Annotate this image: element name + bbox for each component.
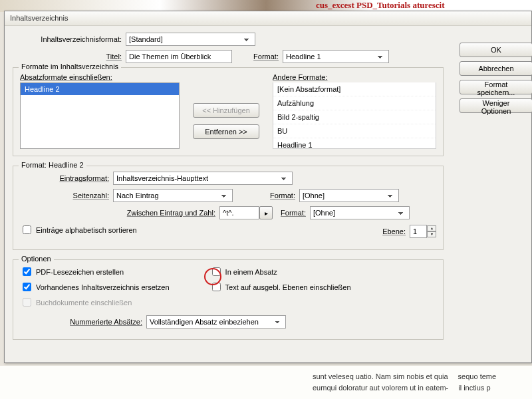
dialog-title: Inhaltsverzeichnis — [10, 14, 68, 22]
included-formats-listbox[interactable]: Headline 2 — [20, 82, 180, 149]
other-formats-label: Andere Formate: — [273, 73, 436, 81]
titel-label: Titel: — [13, 53, 126, 61]
replace-toc-checkbox[interactable] — [23, 283, 31, 291]
options-groupbox: Optionen PDF-Lesezeichen erstellen Vorha… — [13, 259, 444, 340]
numbered-paragraphs-label: Nummerierte Absätze: — [20, 318, 146, 326]
format2-label: Format: — [232, 53, 283, 61]
format2-select[interactable]: Headline 1 — [283, 50, 389, 63]
style-legend: Format: Headline 2 — [19, 161, 86, 169]
one-paragraph-checkbox[interactable] — [212, 267, 221, 276]
ok-button[interactable]: OK — [460, 43, 532, 57]
list-item[interactable]: BU — [273, 124, 436, 138]
page-number-label: Seitenzahl: — [20, 192, 113, 200]
options-legend: Optionen — [19, 255, 54, 263]
sort-alpha-checkbox[interactable] — [23, 225, 31, 234]
book-docs-label: Buchdokumente einschließen — [36, 299, 132, 307]
toc-dialog: Inhaltsverzeichnis OK Abbrechen Format s… — [4, 11, 532, 363]
book-docs-checkbox — [23, 298, 31, 307]
entry-format-select[interactable]: Inhaltsverzeichnis-Haupttext — [113, 172, 293, 185]
list-item[interactable]: Headline 2 — [21, 83, 179, 95]
pdf-bookmarks-label: PDF-Lesezeichen erstellen — [36, 268, 124, 276]
toc-format-label: Inhaltsverzeichnisformat: — [13, 35, 126, 43]
format4-select[interactable]: [Ohne] — [310, 206, 410, 219]
include-formats-label: Absatzformate einschließen: — [20, 73, 180, 81]
level-input[interactable] — [410, 225, 427, 238]
list-item[interactable]: Bild 2-spaltig — [273, 110, 436, 124]
format3-label: Format: — [233, 192, 299, 200]
toc-format-select[interactable]: [Standard] — [126, 33, 255, 46]
replace-toc-label: Vorhandenes Inhaltsverzeichnis ersetzen — [36, 283, 170, 291]
format4-label: Format: — [273, 209, 310, 217]
add-button[interactable]: << Hinzufügen — [193, 103, 259, 118]
style-groupbox: Format: Headline 2 Eintragsformat: Inhal… — [13, 166, 444, 250]
formats-legend: Formate im Inhaltsverzeichnis — [19, 63, 121, 70]
format3-select[interactable]: [Ohne] — [299, 189, 399, 202]
save-format-button[interactable]: Format speichern... — [460, 80, 532, 94]
formats-groupbox: Formate im Inhaltsverzeichnis Absatzform… — [13, 67, 444, 156]
pdf-bookmarks-checkbox[interactable] — [23, 267, 31, 276]
entry-format-label: Eintragsformat: — [20, 174, 113, 182]
hidden-layers-checkbox[interactable] — [212, 283, 221, 291]
list-item[interactable]: Aufzählung — [273, 96, 436, 110]
level-spinner[interactable]: ▴▾ — [427, 225, 436, 237]
level-label: Ebene: — [376, 227, 410, 235]
between-label: Zwischen Eintrag und Zahl: — [20, 209, 219, 217]
titel-input[interactable] — [126, 50, 232, 63]
cancel-button[interactable]: Abbrechen — [460, 61, 532, 76]
one-paragraph-label: In einem Absatz — [225, 268, 277, 276]
background-document-text: sunt veleseq uatio. Nam sim nobis et qui… — [0, 366, 532, 399]
list-item[interactable]: [Kein Absatzformat] — [273, 82, 436, 96]
numbered-paragraphs-select[interactable]: Vollständigen Absatz einbeziehen — [146, 315, 286, 329]
other-formats-listbox[interactable]: [Kein Absatzformat] Aufzählung Bild 2-sp… — [273, 82, 436, 149]
bg-red-text: cus_excest PSD_Tutorials aturescit — [316, 0, 445, 11]
less-options-button[interactable]: Weniger Optionen — [460, 98, 532, 113]
dialog-titlebar[interactable]: Inhaltsverzeichnis — [5, 11, 531, 26]
page-number-select[interactable]: Nach Eintrag — [113, 189, 233, 202]
sort-alpha-label: Einträge alphabetisch sortieren — [36, 226, 137, 234]
remove-button[interactable]: Entfernen >> — [193, 124, 259, 139]
list-item[interactable]: Headline 1 — [273, 138, 436, 149]
between-input[interactable] — [219, 206, 259, 219]
between-menu-button[interactable]: ▸ — [259, 206, 273, 219]
hidden-layers-label: Text auf ausgebl. Ebenen einschließen — [225, 283, 351, 291]
